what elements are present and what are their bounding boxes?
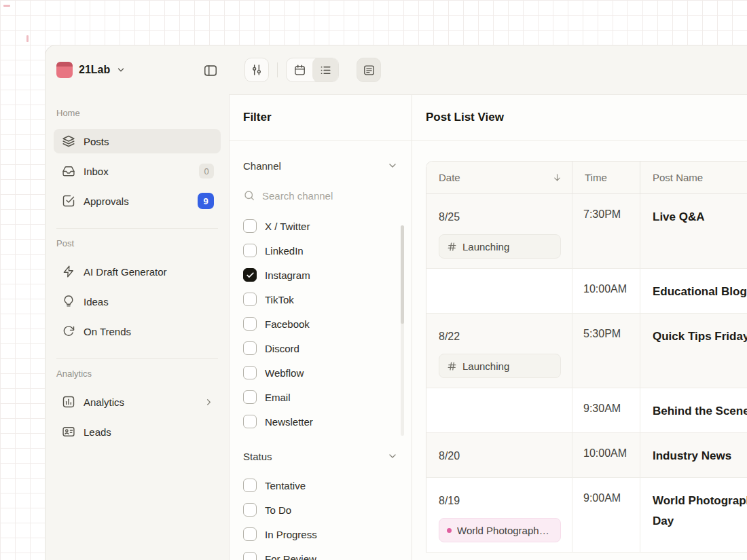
sidebar: Home Posts Inbox 0 Approvals 9 Post AI D… <box>45 94 229 560</box>
filter-option-label: Facebook <box>265 318 310 330</box>
checkbox[interactable] <box>243 366 257 379</box>
checkbox[interactable] <box>243 390 257 404</box>
channel-option[interactable]: Facebook <box>243 312 398 336</box>
section-label-home: Home <box>56 108 218 118</box>
checkbox[interactable] <box>243 552 257 560</box>
sidebar-item-label: Inbox <box>84 166 109 177</box>
date-text: 8/22 <box>439 328 561 346</box>
channel-option[interactable]: LinkedIn <box>243 238 398 263</box>
chevron-down-icon <box>116 65 126 75</box>
zap-icon <box>62 265 75 278</box>
date-text: 8/20 <box>439 447 561 465</box>
filters-button[interactable] <box>244 58 269 82</box>
channel-option[interactable]: Webflow <box>243 360 398 385</box>
checkbox[interactable] <box>243 527 257 541</box>
sidebar-item-label: Analytics <box>84 396 124 408</box>
post-row[interactable]: 8/19 World Photography Day 9:00AM World … <box>426 478 747 553</box>
checkbox[interactable] <box>243 503 257 517</box>
checkbox[interactable] <box>243 415 257 428</box>
status-option[interactable]: In Progress <box>243 522 398 546</box>
sidebar-item-leads[interactable]: Leads <box>54 419 221 444</box>
sidebar-item-approvals[interactable]: Approvals 9 <box>54 189 221 213</box>
status-group-header[interactable]: Status <box>243 446 398 466</box>
date-text <box>439 283 561 301</box>
sidebar-item-ideas[interactable]: Ideas <box>54 289 221 314</box>
post-row[interactable]: 10:00AM Educational Blog Share <box>426 269 747 314</box>
status-group: Status Tentative To Do In Progress For R… <box>243 446 398 560</box>
post-name-cell[interactable]: World Photography Day <box>640 478 747 553</box>
channel-group-label: Channel <box>243 160 281 172</box>
sidebar-item-inbox[interactable]: Inbox 0 <box>54 159 221 183</box>
channel-option[interactable]: Instagram <box>243 263 398 287</box>
status-option[interactable]: To Do <box>243 498 398 522</box>
post-name-cell[interactable]: Live Q&A <box>640 194 747 269</box>
status-option[interactable]: Tentative <box>243 473 398 498</box>
channel-option[interactable]: Newsletter <box>243 409 398 434</box>
post-tag[interactable]: World Photography Day <box>439 518 561 542</box>
table-header-row: Date Time Post Name <box>426 162 747 194</box>
sidebar-divider <box>56 228 218 229</box>
channel-option[interactable]: Discord <box>243 336 398 360</box>
column-header-time[interactable]: Time <box>572 162 640 194</box>
checkbox[interactable] <box>243 317 257 331</box>
checkbox[interactable] <box>243 341 257 355</box>
checkbox[interactable] <box>243 268 257 282</box>
grid-decoration <box>26 35 29 42</box>
scrollbar-track[interactable] <box>401 225 404 436</box>
time-cell: 5:30PM <box>572 314 640 388</box>
hash-icon <box>447 361 457 371</box>
view-toolbar <box>244 58 381 82</box>
scrollbar-thumb[interactable] <box>401 225 404 324</box>
post-tag[interactable]: Launching <box>439 354 561 378</box>
post-tag[interactable]: Launching <box>439 234 561 259</box>
post-name-cell[interactable]: Behind the Scenes <box>640 388 747 433</box>
post-row[interactable]: 8/22 Launching 5:30PM Quick Tips Friday <box>426 314 747 388</box>
channel-group-header[interactable]: Channel <box>243 155 398 176</box>
post-list-panel: Post List View Date Time Post Name 8/25 <box>412 94 747 560</box>
post-name-cell[interactable]: Industry News <box>640 433 747 478</box>
sidebar-item-analytics[interactable]: Analytics <box>54 390 221 414</box>
list-view-button[interactable] <box>312 58 338 82</box>
date-text: 8/25 <box>439 208 561 226</box>
date-text <box>439 403 561 420</box>
grid-decoration <box>3 5 10 7</box>
time-cell: 9:00AM <box>572 478 640 553</box>
status-group-label: Status <box>243 451 272 462</box>
channel-search-input[interactable] <box>262 190 388 202</box>
checkbox[interactable] <box>243 479 257 492</box>
post-tag-label: Launching <box>462 360 509 372</box>
channel-option[interactable]: TikTok <box>243 287 398 312</box>
lightbulb-icon <box>62 295 75 308</box>
section-label-post: Post <box>56 238 218 248</box>
post-name-cell[interactable]: Quick Tips Friday <box>640 314 747 388</box>
sidebar-item-posts[interactable]: Posts <box>54 129 221 153</box>
checkbox[interactable] <box>243 244 257 257</box>
sidebar-toggle-button[interactable] <box>202 62 219 79</box>
sidebar-item-on-trends[interactable]: On Trends <box>54 319 221 343</box>
checkbox[interactable] <box>243 293 257 306</box>
date-text: 8/19 <box>439 492 561 510</box>
post-row[interactable]: 8/25 Launching 7:30PM Live Q&A <box>426 194 747 269</box>
channel-option[interactable]: Email <box>243 385 398 409</box>
filter-option-label: To Do <box>265 504 291 516</box>
column-header-post-name[interactable]: Post Name <box>640 162 747 194</box>
post-name-cell[interactable]: Educational Blog Share <box>640 269 747 314</box>
schedule-panel-button[interactable] <box>357 58 381 82</box>
sidebar-item-label: Approvals <box>84 195 129 207</box>
status-option[interactable]: For Review <box>243 546 398 560</box>
id-card-icon <box>62 425 75 438</box>
sidebar-item-label: Ideas <box>84 296 109 307</box>
column-header-date[interactable]: Date <box>426 162 572 194</box>
app-window: 21Lab Home <box>45 45 747 560</box>
post-row[interactable]: 9:30AM Behind the Scenes <box>426 388 747 433</box>
sort-descending-icon[interactable] <box>552 172 562 183</box>
checkbox[interactable] <box>243 219 257 233</box>
date-cell: 8/22 Launching <box>426 314 572 388</box>
channel-option[interactable]: X / Twitter <box>243 214 398 238</box>
workspace-switcher[interactable]: 21Lab <box>56 62 126 78</box>
calendar-view-button[interactable] <box>287 58 312 82</box>
chevron-right-icon <box>204 397 214 407</box>
sidebar-item-ai-draft-generator[interactable]: AI Draft Generator <box>54 259 221 284</box>
chevron-down-icon <box>387 160 398 171</box>
post-row[interactable]: 8/20 10:00AM Industry News <box>426 433 747 478</box>
